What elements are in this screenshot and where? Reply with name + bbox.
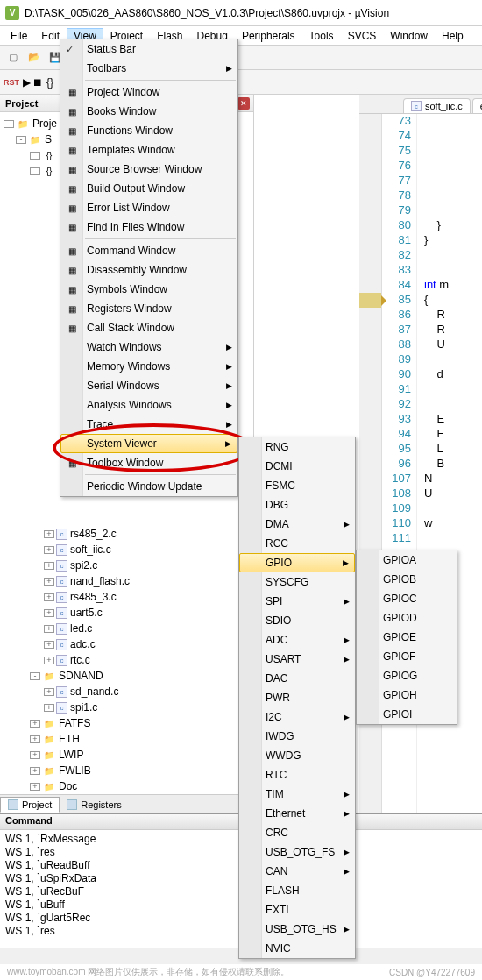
- menu-item-trace[interactable]: Trace▶: [60, 415, 237, 434]
- menu-item-symbols-window[interactable]: ▦Symbols Window: [60, 280, 237, 299]
- sv-item-nvic[interactable]: NVIC: [239, 939, 355, 958]
- tree-row[interactable]: +cadc.c: [2, 636, 252, 652]
- sv-item-i2c[interactable]: I2C▶: [239, 707, 355, 727]
- tree-row[interactable]: +crs485_3.c: [2, 589, 252, 605]
- rst-icon[interactable]: RST: [4, 78, 19, 87]
- sv-item-dma[interactable]: DMA▶: [239, 515, 355, 534]
- menu-item-functions-window[interactable]: ▦Functions Window: [60, 121, 237, 140]
- el-icon: ▦: [64, 200, 80, 216]
- tree-row[interactable]: +crtc.c: [2, 652, 252, 668]
- tab-project[interactable]: Project: [0, 797, 60, 813]
- sw-icon: ▦: [64, 281, 80, 297]
- sv-item-spi[interactable]: SPI▶: [239, 592, 355, 611]
- menu-item-call-stack-window[interactable]: ▦Call Stack Window: [60, 318, 237, 337]
- menu-item-serial-windows[interactable]: Serial Windows▶: [60, 376, 237, 395]
- step-icon[interactable]: {}: [46, 76, 53, 89]
- view-menu[interactable]: ✓Status BarToolbars▶▦Project Window▦Book…: [60, 39, 238, 497]
- menu-item-templates-window[interactable]: ▦Templates Window: [60, 140, 237, 160]
- bw-icon: ▦: [64, 103, 80, 119]
- titlebar: V D:\TASK_005\026_AAS860\S860_NOS_V1.0.3…: [0, 0, 482, 26]
- menu-item-command-window[interactable]: ▦Command Window: [60, 241, 237, 260]
- menu-item-memory-windows[interactable]: Memory Windows▶: [60, 357, 237, 376]
- sv-item-pwr[interactable]: PWR: [239, 688, 355, 707]
- ff-icon: ▦: [64, 219, 80, 235]
- menu-item-registers-window[interactable]: ▦Registers Window: [60, 299, 237, 318]
- sv-item-syscfg[interactable]: SYSCFG: [239, 572, 355, 592]
- tree-row[interactable]: +csd_nand.c: [2, 684, 252, 699]
- tree-row[interactable]: +cnand_flash.c: [2, 573, 252, 589]
- sv-item-crc[interactable]: CRC: [239, 823, 355, 842]
- close-icon[interactable]: ✕: [237, 97, 250, 110]
- menu-peripherals[interactable]: Peripherals: [235, 28, 302, 44]
- menu-svcs[interactable]: SVCS: [341, 28, 384, 44]
- menu-item-disassembly-window[interactable]: ▦Disassembly Window: [60, 260, 237, 280]
- new-icon[interactable]: ▢: [4, 48, 23, 67]
- sv-item-usart[interactable]: USART▶: [239, 650, 355, 669]
- editor-tab[interactable]: ee: [472, 98, 482, 113]
- tree-row[interactable]: -📁SDNAND: [2, 668, 252, 684]
- sv-item-exti[interactable]: EXTI: [239, 900, 355, 920]
- tree-row[interactable]: +📁FWLIB: [2, 763, 252, 778]
- sb-icon: ▦: [64, 161, 80, 177]
- sv-item-tim[interactable]: TIM▶: [239, 785, 355, 804]
- sv-item-usb_otg_fs[interactable]: USB_OTG_FS▶: [239, 842, 355, 862]
- tree-row[interactable]: +crs485_2.c: [2, 526, 252, 542]
- tab-registers[interactable]: Registers: [60, 798, 128, 812]
- window-title: D:\TASK_005\026_AAS860\S860_NOS_V1.0.3\P…: [25, 7, 389, 19]
- editor-tab[interactable]: csoft_iic.c: [403, 98, 471, 113]
- menu-item-status-bar[interactable]: ✓Status Bar: [60, 39, 237, 59]
- cw-icon: ▦: [64, 243, 80, 259]
- menu-item-project-window[interactable]: ▦Project Window: [60, 82, 237, 102]
- gpio-menu[interactable]: GPIOAGPIOBGPIOCGPIODGPIOEGPIOFGPIOGGPIOH…: [356, 550, 457, 725]
- bo-icon: ▦: [64, 181, 80, 196]
- run-icon[interactable]: ▶: [23, 76, 31, 89]
- menu-item-system-viewer[interactable]: System Viewer▶: [60, 434, 237, 453]
- menu-item-books-window[interactable]: ▦Books Window: [60, 102, 237, 121]
- sv-item-dcmi[interactable]: DCMI: [239, 457, 355, 476]
- menu-item-find-in-files-window[interactable]: ▦Find In Files Window: [60, 217, 237, 237]
- sv-item-dbg[interactable]: DBG: [239, 495, 355, 515]
- tree-row[interactable]: +cspi2.c: [2, 557, 252, 573]
- sv-item-gpio[interactable]: GPIO▶: [239, 553, 355, 572]
- menu-item-toolbars[interactable]: Toolbars▶: [60, 59, 237, 78]
- rw-icon: ▦: [64, 301, 80, 316]
- tree-row[interactable]: +csoft_iic.c: [2, 542, 252, 557]
- menu-window[interactable]: Window: [383, 28, 435, 44]
- sv-item-rcc[interactable]: RCC: [239, 534, 355, 553]
- sv-item-usb_otg_hs[interactable]: USB_OTG_HS▶: [239, 920, 355, 939]
- tw-icon: ▦: [64, 142, 80, 158]
- menu-item-source-browser-window[interactable]: ▦Source Browser Window: [60, 160, 237, 179]
- tree-row[interactable]: +cuart5.c: [2, 605, 252, 621]
- sv-item-can[interactable]: CAN▶: [239, 862, 355, 881]
- sv-item-iwdg[interactable]: IWDG: [239, 727, 355, 746]
- stop-icon[interactable]: ⏹: [32, 76, 43, 89]
- menu-help[interactable]: Help: [435, 28, 471, 44]
- sv-item-rtc[interactable]: RTC: [239, 765, 355, 785]
- sv-item-flash[interactable]: FLASH: [239, 881, 355, 900]
- tree-row[interactable]: +cspi1.c: [2, 699, 252, 715]
- sv-item-sdio[interactable]: SDIO: [239, 611, 355, 630]
- sv-item-wwdg[interactable]: WWDG: [239, 746, 355, 765]
- sv-item-ethernet[interactable]: Ethernet▶: [239, 804, 355, 823]
- menu-item-build-output-window[interactable]: ▦Build Output Window: [60, 179, 237, 198]
- tree-row[interactable]: +📁LWIP: [2, 747, 252, 763]
- menu-item-analysis-windows[interactable]: Analysis Windows▶: [60, 395, 237, 415]
- system-viewer-menu[interactable]: RNGDCMIFSMCDBGDMA▶RCCGPIO▶SYSCFGSPI▶SDIO…: [238, 437, 356, 959]
- pw-icon: ▦: [64, 84, 80, 100]
- tree-row[interactable]: +cled.c: [2, 621, 252, 636]
- tree-row[interactable]: +📁Doc: [2, 778, 252, 794]
- sv-item-rng[interactable]: RNG: [239, 437, 355, 457]
- tb-icon: ▦: [64, 455, 80, 471]
- sv-item-adc[interactable]: ADC▶: [239, 630, 355, 650]
- sv-item-fsmc[interactable]: FSMC: [239, 476, 355, 495]
- menu-item-error-list-window[interactable]: ▦Error List Window: [60, 198, 237, 217]
- tree-row[interactable]: +📁ETH: [2, 731, 252, 747]
- sv-item-dac[interactable]: DAC: [239, 669, 355, 688]
- menu-item-periodic-window-update[interactable]: Periodic Window Update: [60, 477, 237, 496]
- menu-file[interactable]: File: [4, 28, 34, 44]
- menu-tools[interactable]: Tools: [302, 28, 341, 44]
- tree-row[interactable]: +📁FATFS: [2, 715, 252, 731]
- menu-item-toolbox-window[interactable]: ▦Toolbox Window: [60, 453, 237, 472]
- open-icon[interactable]: 📂: [25, 48, 44, 67]
- menu-item-watch-windows[interactable]: Watch Windows▶: [60, 337, 237, 357]
